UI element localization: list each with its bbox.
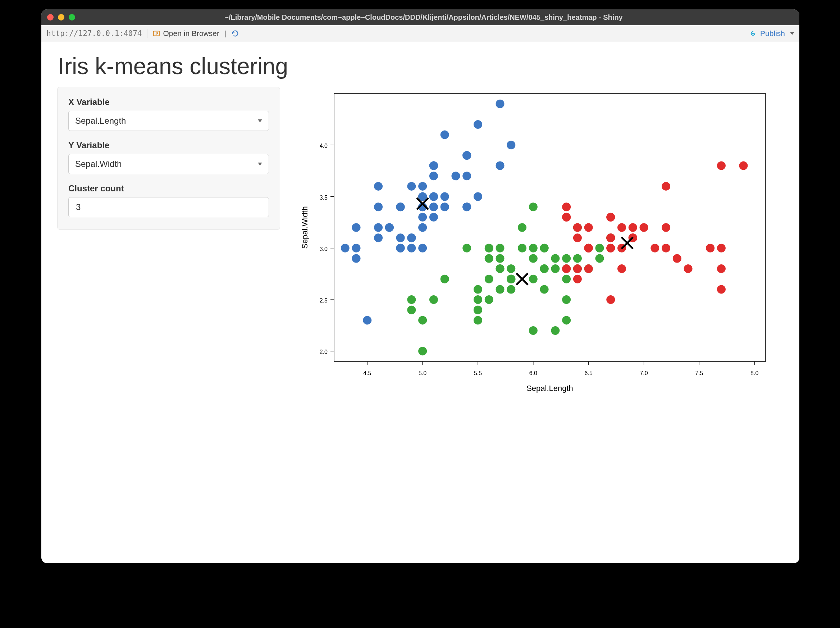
svg-point-136 — [595, 254, 604, 263]
svg-text:6.5: 6.5 — [585, 370, 593, 376]
svg-point-108 — [562, 316, 571, 324]
svg-point-153 — [573, 223, 582, 232]
svg-point-132 — [518, 244, 526, 253]
svg-text:4.5: 4.5 — [363, 370, 371, 376]
chevron-down-icon — [258, 163, 262, 165]
xvar-value: Sepal.Length — [75, 116, 126, 126]
svg-point-176 — [562, 202, 571, 211]
svg-point-96 — [573, 254, 582, 263]
svg-point-105 — [529, 275, 538, 283]
svg-point-166 — [717, 244, 726, 253]
svg-point-40 — [352, 254, 361, 263]
publish-menu-caret[interactable] — [790, 32, 794, 35]
svg-text:8.0: 8.0 — [750, 370, 758, 376]
yvar-value: Sepal.Width — [75, 159, 122, 169]
svg-point-150 — [662, 182, 670, 191]
svg-point-84 — [407, 306, 416, 314]
xvar-label: X Variable — [68, 97, 269, 107]
svg-point-141 — [617, 264, 626, 273]
svg-point-130 — [507, 275, 515, 283]
svg-point-127 — [540, 244, 549, 253]
svg-point-35 — [374, 233, 383, 242]
svg-point-2 — [752, 33, 754, 34]
window-titlebar: ~/Library/Mobile Documents/com~apple~Clo… — [41, 9, 799, 25]
svg-point-171 — [606, 213, 615, 221]
svg-point-109 — [485, 244, 493, 253]
svg-point-97 — [595, 244, 604, 253]
svg-rect-3 — [334, 93, 766, 361]
app-window: ~/Library/Mobile Documents/com~apple~Clo… — [41, 9, 799, 563]
svg-point-113 — [507, 285, 515, 294]
svg-point-64 — [441, 131, 449, 139]
svg-point-59 — [441, 193, 449, 201]
svg-point-163 — [684, 264, 693, 273]
svg-point-157 — [628, 223, 637, 232]
yvar-select[interactable]: Sepal.Width — [68, 154, 269, 174]
svg-point-92 — [518, 223, 526, 232]
svg-point-110 — [474, 295, 482, 304]
svg-point-172 — [606, 244, 615, 253]
svg-point-65 — [474, 120, 482, 129]
svg-point-125 — [562, 275, 571, 283]
publish-label: Publish — [760, 29, 785, 38]
svg-point-68 — [474, 193, 482, 201]
yvar-label: Y Variable — [68, 140, 269, 150]
svg-point-88 — [485, 254, 493, 263]
svg-point-107 — [529, 202, 538, 211]
svg-point-79 — [374, 223, 383, 232]
refresh-button[interactable] — [231, 30, 239, 37]
svg-point-148 — [673, 254, 681, 263]
zoom-icon[interactable] — [69, 14, 75, 21]
open-in-browser-button[interactable]: Open in Browser — [152, 29, 219, 38]
svg-text:2.0: 2.0 — [320, 349, 328, 355]
xvar-select[interactable]: Sepal.Length — [68, 111, 269, 131]
svg-point-173 — [584, 244, 593, 253]
svg-point-147 — [706, 244, 715, 253]
svg-point-145 — [651, 244, 659, 253]
svg-point-117 — [496, 254, 505, 263]
svg-point-33 — [407, 244, 416, 253]
minimize-icon[interactable] — [58, 14, 64, 21]
svg-text:7.5: 7.5 — [695, 370, 703, 376]
refresh-icon — [231, 30, 239, 37]
open-icon — [152, 30, 160, 37]
close-icon[interactable] — [47, 14, 54, 21]
page-content: Iris k-means clustering X Variable Sepal… — [41, 42, 799, 412]
svg-text:7.0: 7.0 — [640, 370, 647, 376]
svg-point-126 — [551, 264, 559, 273]
svg-point-168 — [606, 233, 615, 242]
svg-point-87 — [529, 326, 538, 335]
publish-button[interactable]: Publish — [748, 29, 785, 38]
svg-point-47 — [496, 100, 505, 108]
svg-text:3.0: 3.0 — [320, 246, 328, 252]
svg-point-174 — [584, 223, 593, 232]
svg-point-50 — [496, 161, 505, 170]
svg-point-123 — [507, 264, 515, 273]
cluster-count-field[interactable] — [75, 202, 262, 213]
svg-point-118 — [551, 254, 559, 263]
svg-point-67 — [418, 223, 427, 232]
svg-point-53 — [429, 172, 438, 180]
address-bar[interactable]: http://127.0.0.1:4074 — [46, 29, 147, 38]
svg-point-63 — [463, 202, 471, 211]
svg-point-46 — [507, 141, 515, 149]
svg-point-137 — [640, 223, 648, 232]
svg-point-78 — [429, 161, 438, 170]
svg-point-62 — [396, 233, 405, 242]
cluster-count-input[interactable] — [68, 197, 269, 217]
svg-point-155 — [717, 161, 726, 170]
svg-point-119 — [429, 295, 438, 304]
svg-point-86 — [418, 347, 427, 355]
svg-point-116 — [496, 244, 505, 253]
svg-point-160 — [662, 223, 670, 232]
svg-point-175 — [573, 233, 582, 242]
svg-point-165 — [562, 264, 571, 273]
svg-point-48 — [463, 151, 471, 160]
scatter-plot: 4.55.05.56.06.57.07.58.02.02.53.03.54.0S… — [295, 88, 773, 401]
xvar-group: X Variable Sepal.Length — [68, 97, 269, 131]
svg-rect-0 — [153, 31, 159, 36]
svg-point-55 — [429, 213, 438, 221]
svg-point-85 — [441, 275, 449, 283]
svg-text:5.0: 5.0 — [418, 370, 426, 376]
svg-point-103 — [474, 306, 482, 314]
